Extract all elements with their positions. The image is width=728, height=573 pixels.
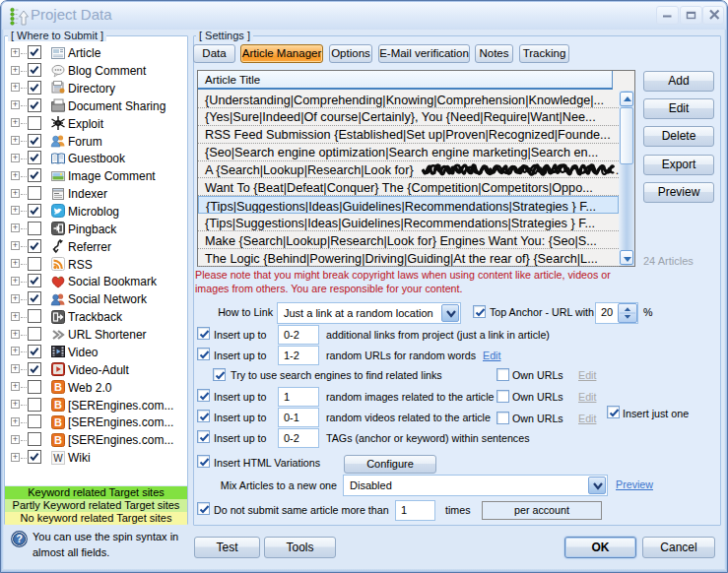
- svg-text:B: B: [54, 416, 62, 428]
- svg-text:B: B: [54, 434, 62, 446]
- svg-text:B: B: [54, 381, 62, 393]
- svg-text:?: ?: [16, 533, 23, 544]
- svg-text:W: W: [53, 452, 63, 463]
- svg-text:B: B: [54, 399, 62, 411]
